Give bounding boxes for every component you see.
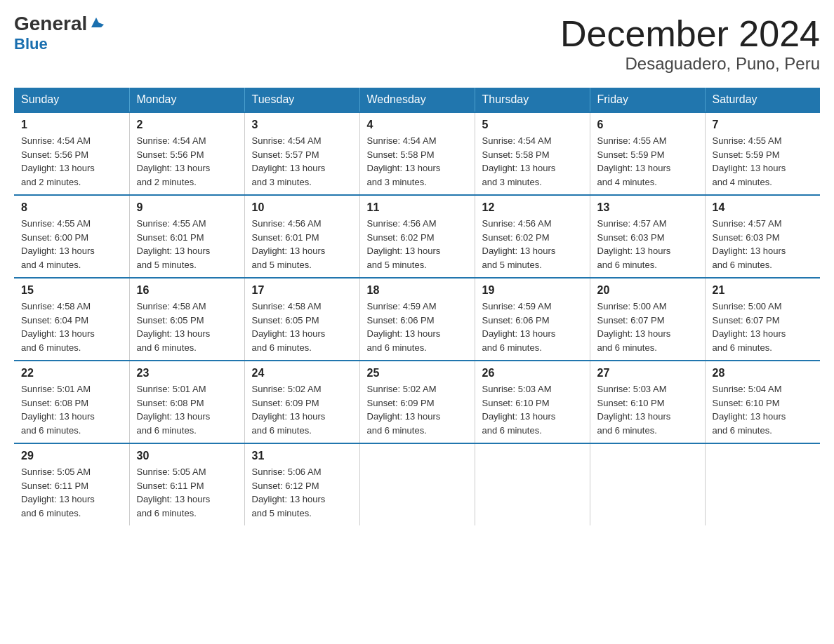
day-number: 18 (367, 284, 468, 297)
calendar-cell: 6 Sunrise: 4:55 AM Sunset: 5:59 PM Dayli… (590, 112, 705, 195)
day-number: 27 (597, 367, 698, 380)
col-saturday: Saturday (705, 88, 820, 112)
calendar-cell: 30 Sunrise: 5:05 AM Sunset: 6:11 PM Dayl… (129, 443, 244, 525)
day-info: Sunrise: 4:57 AM Sunset: 6:03 PM Dayligh… (713, 217, 814, 271)
day-info: Sunrise: 4:54 AM Sunset: 5:58 PM Dayligh… (367, 134, 468, 189)
day-info: Sunrise: 5:03 AM Sunset: 6:10 PM Dayligh… (482, 382, 583, 437)
calendar-cell: 7 Sunrise: 4:55 AM Sunset: 5:59 PM Dayli… (705, 112, 820, 195)
day-number: 5 (482, 119, 583, 131)
day-info: Sunrise: 5:04 AM Sunset: 6:10 PM Dayligh… (713, 382, 814, 437)
day-info: Sunrise: 4:54 AM Sunset: 5:56 PM Dayligh… (137, 134, 237, 189)
calendar-cell: 1 Sunrise: 4:54 AM Sunset: 5:56 PM Dayli… (14, 112, 129, 195)
day-info: Sunrise: 4:56 AM Sunset: 6:01 PM Dayligh… (252, 217, 352, 271)
calendar-cell: 22 Sunrise: 5:01 AM Sunset: 6:08 PM Dayl… (14, 361, 129, 443)
calendar-week-row: 15 Sunrise: 4:58 AM Sunset: 6:04 PM Dayl… (14, 278, 820, 361)
day-number: 26 (482, 367, 583, 380)
col-wednesday: Wednesday (359, 88, 475, 112)
day-number: 6 (597, 119, 698, 131)
calendar-cell: 29 Sunrise: 5:05 AM Sunset: 6:11 PM Dayl… (14, 443, 129, 525)
day-number: 8 (21, 201, 122, 214)
day-info: Sunrise: 4:55 AM Sunset: 6:01 PM Dayligh… (137, 217, 237, 271)
day-number: 3 (252, 119, 352, 131)
day-number: 17 (252, 284, 352, 297)
calendar-cell: 23 Sunrise: 5:01 AM Sunset: 6:08 PM Dayl… (129, 361, 244, 443)
col-thursday: Thursday (475, 88, 590, 112)
day-number: 14 (713, 201, 814, 214)
day-number: 13 (597, 201, 698, 214)
day-number: 21 (713, 284, 814, 297)
day-number: 12 (482, 201, 583, 214)
calendar-table: Sunday Monday Tuesday Wednesday Thursday… (14, 88, 820, 525)
calendar-cell: 2 Sunrise: 4:54 AM Sunset: 5:56 PM Dayli… (129, 112, 244, 195)
calendar-cell: 10 Sunrise: 4:56 AM Sunset: 6:01 PM Dayl… (244, 195, 359, 278)
day-number: 10 (252, 201, 352, 214)
logo-icon (88, 15, 104, 30)
calendar-cell: 18 Sunrise: 4:59 AM Sunset: 6:06 PM Dayl… (359, 278, 475, 361)
calendar-cell: 14 Sunrise: 4:57 AM Sunset: 6:03 PM Dayl… (705, 195, 820, 278)
svg-marker-0 (91, 18, 101, 27)
day-number: 29 (21, 450, 122, 462)
calendar-cell: 11 Sunrise: 4:56 AM Sunset: 6:02 PM Dayl… (359, 195, 475, 278)
day-info: Sunrise: 5:00 AM Sunset: 6:07 PM Dayligh… (713, 300, 814, 354)
day-number: 19 (482, 284, 583, 297)
calendar-cell: 25 Sunrise: 5:02 AM Sunset: 6:09 PM Dayl… (359, 361, 475, 443)
day-info: Sunrise: 4:59 AM Sunset: 6:06 PM Dayligh… (367, 300, 468, 354)
calendar-cell: 4 Sunrise: 4:54 AM Sunset: 5:58 PM Dayli… (359, 112, 475, 195)
calendar-week-row: 8 Sunrise: 4:55 AM Sunset: 6:00 PM Dayli… (14, 195, 820, 278)
day-number: 9 (137, 201, 237, 214)
col-tuesday: Tuesday (244, 88, 359, 112)
calendar-cell: 24 Sunrise: 5:02 AM Sunset: 6:09 PM Dayl… (244, 361, 359, 443)
day-info: Sunrise: 4:56 AM Sunset: 6:02 PM Dayligh… (482, 217, 583, 271)
day-number: 15 (21, 284, 122, 297)
day-info: Sunrise: 5:01 AM Sunset: 6:08 PM Dayligh… (21, 382, 122, 437)
calendar-cell: 12 Sunrise: 4:56 AM Sunset: 6:02 PM Dayl… (475, 195, 590, 278)
calendar-title: December 2024 (560, 14, 820, 54)
calendar-cell: 8 Sunrise: 4:55 AM Sunset: 6:00 PM Dayli… (14, 195, 129, 278)
col-monday: Monday (129, 88, 244, 112)
day-number: 7 (713, 119, 814, 131)
day-info: Sunrise: 4:56 AM Sunset: 6:02 PM Dayligh… (367, 217, 468, 271)
logo-blue: Blue (14, 35, 48, 53)
calendar-cell: 19 Sunrise: 4:59 AM Sunset: 6:06 PM Dayl… (475, 278, 590, 361)
page-header: General Blue December 2024 Desaguadero, … (14, 14, 820, 74)
logo-name: General (14, 14, 87, 34)
calendar-header-row: Sunday Monday Tuesday Wednesday Thursday… (14, 88, 820, 112)
calendar-cell (475, 443, 590, 525)
day-number: 1 (21, 119, 122, 131)
day-info: Sunrise: 5:01 AM Sunset: 6:08 PM Dayligh… (137, 382, 237, 437)
day-number: 2 (137, 119, 237, 131)
col-friday: Friday (590, 88, 705, 112)
day-info: Sunrise: 4:57 AM Sunset: 6:03 PM Dayligh… (597, 217, 698, 271)
day-info: Sunrise: 4:54 AM Sunset: 5:57 PM Dayligh… (252, 134, 352, 189)
calendar-cell: 21 Sunrise: 5:00 AM Sunset: 6:07 PM Dayl… (705, 278, 820, 361)
day-number: 4 (367, 119, 468, 131)
title-block: December 2024 Desaguadero, Puno, Peru (560, 14, 820, 74)
calendar-cell: 9 Sunrise: 4:55 AM Sunset: 6:01 PM Dayli… (129, 195, 244, 278)
day-info: Sunrise: 4:58 AM Sunset: 6:04 PM Dayligh… (21, 300, 122, 354)
day-number: 28 (713, 367, 814, 380)
day-number: 22 (21, 367, 122, 380)
calendar-cell: 17 Sunrise: 4:58 AM Sunset: 6:05 PM Dayl… (244, 278, 359, 361)
calendar-cell (359, 443, 475, 525)
calendar-cell (705, 443, 820, 525)
calendar-cell: 5 Sunrise: 4:54 AM Sunset: 5:58 PM Dayli… (475, 112, 590, 195)
day-number: 25 (367, 367, 468, 380)
day-number: 23 (137, 367, 237, 380)
calendar-week-row: 1 Sunrise: 4:54 AM Sunset: 5:56 PM Dayli… (14, 112, 820, 195)
calendar-cell: 31 Sunrise: 5:06 AM Sunset: 6:12 PM Dayl… (244, 443, 359, 525)
calendar-cell: 27 Sunrise: 5:03 AM Sunset: 6:10 PM Dayl… (590, 361, 705, 443)
calendar-week-row: 22 Sunrise: 5:01 AM Sunset: 6:08 PM Dayl… (14, 361, 820, 443)
day-number: 16 (137, 284, 237, 297)
day-number: 30 (137, 450, 237, 462)
day-info: Sunrise: 4:54 AM Sunset: 5:58 PM Dayligh… (482, 134, 583, 189)
day-info: Sunrise: 4:55 AM Sunset: 5:59 PM Dayligh… (713, 134, 814, 189)
day-info: Sunrise: 4:55 AM Sunset: 5:59 PM Dayligh… (597, 134, 698, 189)
calendar-cell: 28 Sunrise: 5:04 AM Sunset: 6:10 PM Dayl… (705, 361, 820, 443)
day-info: Sunrise: 4:55 AM Sunset: 6:00 PM Dayligh… (21, 217, 122, 271)
calendar-cell: 15 Sunrise: 4:58 AM Sunset: 6:04 PM Dayl… (14, 278, 129, 361)
day-number: 24 (252, 367, 352, 380)
calendar-cell: 20 Sunrise: 5:00 AM Sunset: 6:07 PM Dayl… (590, 278, 705, 361)
day-info: Sunrise: 5:00 AM Sunset: 6:07 PM Dayligh… (597, 300, 698, 354)
calendar-location: Desaguadero, Puno, Peru (560, 54, 820, 74)
day-info: Sunrise: 5:03 AM Sunset: 6:10 PM Dayligh… (597, 382, 698, 437)
